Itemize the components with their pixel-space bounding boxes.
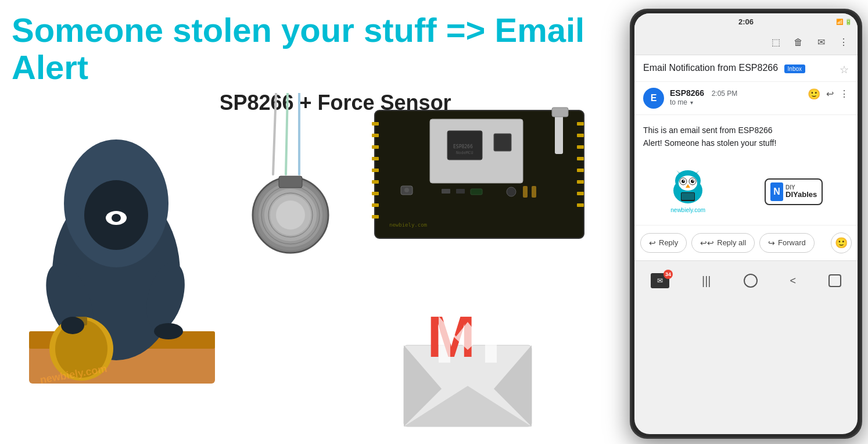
svg-rect-29 xyxy=(372,122,379,126)
svg-text:ESP8266: ESP8266 xyxy=(453,144,473,149)
reply-quick-icon[interactable]: ↩ xyxy=(826,88,834,99)
diables-diy-text: DIY DIYables xyxy=(785,184,817,199)
diables-text: DIYables xyxy=(785,191,817,199)
svg-rect-43 xyxy=(577,180,584,184)
sim-icon: 📶 xyxy=(836,19,843,25)
reply-label: Reply xyxy=(659,238,678,247)
sensor-svg xyxy=(244,93,337,256)
reply-all-arrow-icon: ↩↩ xyxy=(700,238,714,248)
svg-rect-38 xyxy=(577,122,584,126)
thief-illustration-area: newbiely.com xyxy=(12,87,232,413)
svg-rect-36 xyxy=(372,203,379,207)
inbox-badge: Inbox xyxy=(784,65,805,73)
svg-point-76 xyxy=(691,180,694,183)
svg-rect-44 xyxy=(577,192,584,195)
emoji-reaction-icon[interactable]: 🙂 xyxy=(808,88,820,101)
email-subject: Email Notification from ESP8266 Inbox xyxy=(643,62,849,74)
status-icons: 📶 🔋 xyxy=(836,19,852,25)
svg-rect-53 xyxy=(442,189,450,194)
newbiely-owl-svg xyxy=(669,170,707,205)
svg-point-75 xyxy=(682,180,685,183)
avatar-letter: E xyxy=(651,93,657,103)
sender-avatar: E xyxy=(643,88,664,109)
nav-mail[interactable]: ✉ 34 xyxy=(651,273,669,288)
svg-point-7 xyxy=(112,214,121,222)
phone-mockup: 2:06 📶 🔋 ⬚ 🗑 ✉ ⋮ ☆ Email Notification fr… xyxy=(630,9,862,439)
diables-logo: N DIY DIYables xyxy=(765,178,823,205)
more-actions-icon[interactable]: ⋮ xyxy=(840,88,849,99)
sender-time: 2:05 PM xyxy=(712,89,738,98)
svg-rect-41 xyxy=(577,157,584,160)
sender-to: to me ▾ xyxy=(670,98,802,106)
thief-svg: newbiely.com xyxy=(12,87,221,395)
nav-lines-icon: ||| xyxy=(702,274,711,288)
sender-name: ESP8266 xyxy=(670,88,704,98)
mail-badge-count: 34 xyxy=(663,270,673,279)
nav-back-icon[interactable]: < xyxy=(790,275,796,287)
emoji-button[interactable]: 🙂 xyxy=(831,232,852,253)
svg-point-56 xyxy=(507,187,516,196)
main-title: Someone stolen your stuff => Email Alert xyxy=(12,12,612,86)
svg-point-60 xyxy=(404,188,409,192)
battery-icon: 🔋 xyxy=(845,19,852,25)
phone-screen: 2:06 📶 🔋 ⬚ 🗑 ✉ ⋮ ☆ Email Notification fr… xyxy=(634,13,858,434)
svg-rect-27 xyxy=(279,176,302,188)
star-icon[interactable]: ☆ xyxy=(840,63,849,76)
svg-rect-40 xyxy=(577,145,584,149)
expand-recipients-icon[interactable]: ▾ xyxy=(690,99,693,106)
gmail-envelope-area: M xyxy=(395,299,540,427)
force-sensor-area xyxy=(232,93,349,256)
svg-text:newbiely.com: newbiely.com xyxy=(389,222,427,228)
email-subject-row: ☆ Email Notification from ESP8266 Inbox xyxy=(643,62,849,74)
nav-home[interactable] xyxy=(744,274,758,288)
svg-rect-48 xyxy=(552,108,568,117)
svg-rect-42 xyxy=(577,169,584,172)
archive-icon[interactable]: ⬚ xyxy=(769,35,783,49)
status-bar: 2:06 📶 🔋 xyxy=(634,13,858,30)
more-icon[interactable]: ⋮ xyxy=(837,35,851,49)
reply-all-button[interactable]: ↩↩ Reply all xyxy=(691,233,755,253)
nav-back[interactable]: < xyxy=(790,275,796,287)
reply-button[interactable]: ↩ Reply xyxy=(640,233,687,253)
svg-rect-47 xyxy=(555,113,563,154)
nav-home-icon[interactable] xyxy=(744,274,758,288)
mark-read-icon[interactable]: ✉ xyxy=(814,35,828,49)
svg-point-77 xyxy=(683,180,684,181)
phone-bottom-nav: ✉ 34 ||| < xyxy=(634,260,858,301)
nav-recents[interactable] xyxy=(828,274,841,287)
svg-point-13 xyxy=(61,317,84,334)
forward-arrow-icon: ↪ xyxy=(768,238,775,248)
email-toolbar: ⬚ 🗑 ✉ ⋮ xyxy=(634,30,858,55)
forward-button[interactable]: ↪ Forward xyxy=(759,233,815,253)
svg-rect-54 xyxy=(456,189,465,194)
sender-info: ESP8266 2:05 PM to me ▾ xyxy=(670,88,802,106)
gmail-svg: M xyxy=(395,299,540,432)
svg-rect-39 xyxy=(577,134,584,137)
svg-rect-55 xyxy=(471,189,482,195)
newbiely-logo: newbiely.com xyxy=(669,170,707,213)
svg-text:NodeMCU: NodeMCU xyxy=(456,151,474,155)
svg-rect-32 xyxy=(372,157,379,160)
forward-label: Forward xyxy=(778,238,806,247)
nav-recents-icon[interactable] xyxy=(828,274,841,287)
svg-rect-58 xyxy=(532,186,536,198)
delete-icon[interactable]: 🗑 xyxy=(791,35,805,49)
email-logos: newbiely.com N DIY DIYables xyxy=(634,159,858,225)
svg-point-14 xyxy=(154,323,183,339)
email-header: ☆ Email Notification from ESP8266 Inbox xyxy=(634,55,858,82)
svg-rect-37 xyxy=(372,215,379,219)
svg-rect-45 xyxy=(577,203,584,207)
svg-rect-81 xyxy=(682,193,694,200)
svg-rect-34 xyxy=(372,180,379,184)
nav-lines[interactable]: ||| xyxy=(702,274,711,288)
svg-rect-31 xyxy=(372,145,379,149)
mail-nav-icon[interactable]: ✉ 34 xyxy=(651,273,669,288)
newbiely-text: newbiely.com xyxy=(670,207,705,213)
svg-line-17 xyxy=(286,93,288,174)
svg-rect-50 xyxy=(494,134,511,151)
svg-rect-30 xyxy=(372,134,379,137)
mail-icon-symbol: ✉ xyxy=(657,277,663,285)
sender-name-row: ESP8266 2:05 PM xyxy=(670,88,802,98)
email-body-line2: Alert! Someone has stolen your stuff! xyxy=(643,138,776,148)
svg-rect-57 xyxy=(523,186,528,198)
